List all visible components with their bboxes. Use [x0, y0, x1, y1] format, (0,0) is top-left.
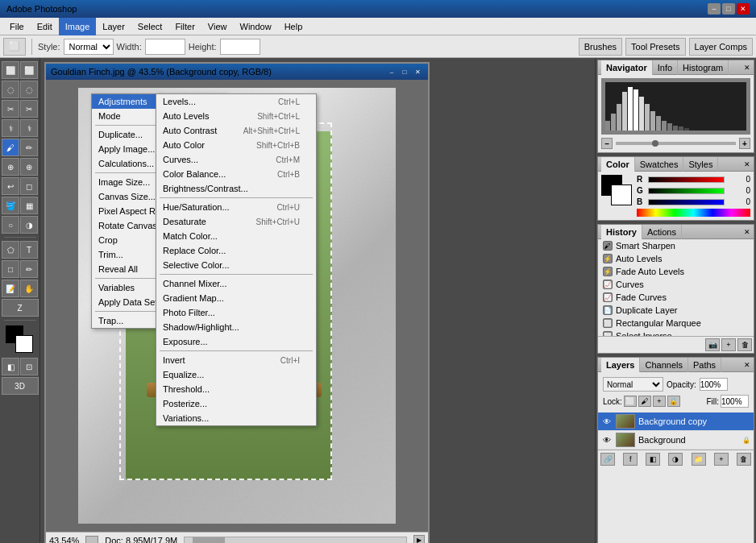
adj-brightness[interactable]: Brightness/Contrast...	[156, 181, 316, 196]
tab-layers[interactable]: Layers	[601, 358, 640, 372]
lock-image[interactable]: 🖌	[638, 396, 651, 407]
tool-mask[interactable]: ◧	[2, 358, 19, 375]
doc-close[interactable]: ✕	[412, 67, 423, 77]
tab-paths[interactable]: Paths	[688, 358, 721, 372]
layer-eye-2[interactable]: 👁	[601, 434, 613, 446]
menu-filter[interactable]: Filter	[168, 18, 201, 35]
history-curves[interactable]: 📈 Curves	[598, 278, 754, 291]
layer-style[interactable]: f	[623, 453, 638, 466]
r-slider[interactable]	[648, 176, 725, 183]
nav-zoom-slider[interactable]	[616, 142, 736, 145]
tool-burn[interactable]: ◑	[20, 216, 38, 234]
tool-gradient[interactable]: ▦	[20, 197, 38, 214]
color-close[interactable]: ✕	[744, 160, 750, 168]
layer-eye-1[interactable]: 👁	[601, 416, 613, 427]
layer-group[interactable]: 📁	[692, 453, 706, 466]
minimize-button[interactable]: –	[708, 3, 721, 15]
layers-close[interactable]: ✕	[744, 361, 750, 369]
history-new[interactable]: +	[721, 338, 736, 351]
adj-shadow-highlight[interactable]: Shadow/Highlight...	[156, 320, 316, 334]
tool-presets-btn[interactable]: Tool Presets	[625, 38, 686, 56]
layer-row-bg-copy[interactable]: 👁 Background copy	[598, 412, 754, 431]
color-spectrum[interactable]	[637, 209, 750, 217]
tool-clone[interactable]: ⊕	[2, 158, 19, 176]
tool-notes[interactable]: 📝	[2, 280, 19, 297]
tool-3d[interactable]: 3D	[2, 377, 39, 395]
tab-styles[interactable]: Styles	[683, 157, 718, 172]
menu-window[interactable]: Window	[234, 18, 278, 35]
tab-swatches[interactable]: Swatches	[635, 157, 684, 172]
proof-btn[interactable]	[85, 536, 98, 544]
adj-match-color[interactable]: Match Color...	[156, 229, 316, 243]
adj-exposure[interactable]: Exposure...	[156, 334, 316, 349]
adj-replace-color[interactable]: Replace Color...	[156, 243, 316, 258]
nav-zoom-in[interactable]: +	[739, 138, 750, 149]
tool-path[interactable]: ⬠	[2, 241, 19, 259]
maximize-button[interactable]: □	[722, 3, 735, 15]
tool-shape[interactable]: □	[2, 260, 19, 278]
tool-slice[interactable]: ✂	[20, 100, 38, 118]
scroll-right[interactable]: ▶	[413, 535, 425, 544]
style-select[interactable]: Normal	[64, 39, 114, 55]
tool-crop[interactable]: ✂	[2, 100, 19, 118]
adj-channel-mixer[interactable]: Channel Mixer...	[156, 276, 316, 291]
adj-hue-sat[interactable]: Hue/Saturation... Ctrl+U	[156, 200, 316, 214]
adj-variations[interactable]: Variations...	[156, 411, 316, 425]
tab-info[interactable]: Info	[653, 60, 678, 75]
adj-color-balance[interactable]: Color Balance... Ctrl+B	[156, 167, 316, 181]
adj-selective-color[interactable]: Selective Color...	[156, 258, 316, 272]
adj-posterize[interactable]: Posterize...	[156, 396, 316, 411]
tool-marquee[interactable]: ⬜	[2, 61, 19, 79]
menu-view[interactable]: View	[201, 18, 234, 35]
tool-marquee2[interactable]: ⬜	[20, 61, 38, 79]
tab-navigator[interactable]: Navigator	[601, 60, 653, 75]
layer-adj[interactable]: ◑	[668, 453, 683, 466]
tool-eyedrop[interactable]: ✏	[20, 260, 38, 278]
adj-photo-filter[interactable]: Photo Filter...	[156, 305, 316, 320]
fill-input[interactable]	[721, 395, 749, 408]
tool-lasso2[interactable]: ◌	[20, 81, 38, 98]
layer-comps-btn[interactable]: Layer Comps	[689, 38, 753, 56]
tool-fill[interactable]: 🪣	[2, 197, 19, 214]
layer-new[interactable]: +	[714, 453, 729, 466]
menu-select[interactable]: Select	[131, 18, 169, 35]
menu-layer[interactable]: Layer	[96, 18, 131, 35]
history-fade-auto-levels[interactable]: ⚡ Fade Auto Levels	[598, 265, 754, 278]
adj-auto-contrast[interactable]: Auto Contrast Alt+Shift+Ctrl+L	[156, 123, 316, 138]
blend-mode-select[interactable]: Normal	[603, 377, 663, 392]
navigator-close[interactable]: ✕	[744, 64, 750, 72]
history-fade-curves[interactable]: 📈 Fade Curves	[598, 291, 754, 304]
tool-patch2[interactable]: ⚕	[20, 119, 38, 137]
history-delete[interactable]: 🗑	[737, 338, 752, 351]
b-slider[interactable]	[648, 199, 725, 205]
background-color[interactable]	[15, 335, 33, 353]
tool-hand[interactable]: ✋	[20, 280, 38, 297]
adj-threshold[interactable]: Threshold...	[156, 382, 316, 396]
tool-lasso[interactable]: ◌	[2, 81, 19, 98]
tab-histogram[interactable]: Histogram	[678, 60, 729, 75]
scroll-bar[interactable]	[184, 537, 407, 544]
tool-clone2[interactable]: ⊕	[20, 158, 38, 176]
layer-link[interactable]: 🔗	[600, 453, 615, 466]
tool-text[interactable]: T	[20, 241, 38, 259]
adj-levels[interactable]: Levels... Ctrl+L	[156, 94, 316, 109]
tool-zoom[interactable]: Z	[2, 299, 39, 317]
tool-patch[interactable]: ⚕	[2, 119, 19, 137]
g-slider[interactable]	[648, 188, 725, 194]
adj-auto-color[interactable]: Auto Color Shift+Ctrl+B	[156, 138, 316, 152]
adj-desaturate[interactable]: Desaturate Shift+Ctrl+U	[156, 214, 316, 229]
menu-edit[interactable]: Edit	[31, 18, 59, 35]
history-rect-marquee[interactable]: ⬜ Rectangular Marquee	[598, 317, 754, 330]
adj-equalize[interactable]: Equalize...	[156, 367, 316, 382]
tab-channels[interactable]: Channels	[640, 358, 687, 372]
brushes-btn[interactable]: Brushes	[579, 38, 622, 56]
layer-row-bg[interactable]: 👁 Background 🔒	[598, 431, 754, 450]
menu-image[interactable]: Image	[59, 18, 97, 35]
lock-transparent[interactable]: ⬜	[624, 396, 637, 407]
history-duplicate-layer[interactable]: 📄 Duplicate Layer	[598, 304, 754, 317]
adj-auto-levels[interactable]: Auto Levels Shift+Ctrl+L	[156, 109, 316, 123]
tool-pencil[interactable]: ✏	[20, 139, 38, 156]
width-input[interactable]	[145, 39, 185, 55]
opacity-input[interactable]	[700, 378, 728, 391]
adj-gradient-map[interactable]: Gradient Map...	[156, 291, 316, 305]
